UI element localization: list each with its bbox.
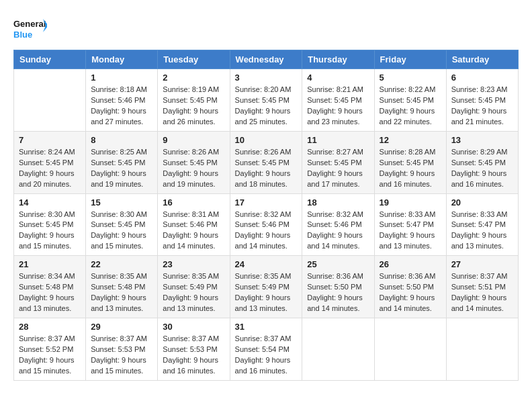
- day-number: 10: [235, 135, 298, 145]
- calendar-cell: 5Sunrise: 8:22 AM Sunset: 5:45 PM Daylig…: [374, 69, 446, 132]
- calendar-cell: 31Sunrise: 8:37 AM Sunset: 5:54 PM Dayli…: [230, 318, 302, 381]
- calendar-cell: 29Sunrise: 8:37 AM Sunset: 5:53 PM Dayli…: [86, 318, 158, 381]
- day-number: 29: [91, 322, 152, 332]
- calendar-cell: 9Sunrise: 8:26 AM Sunset: 5:45 PM Daylig…: [158, 131, 230, 193]
- day-info: Sunrise: 8:36 AM Sunset: 5:50 PM Dayligh…: [380, 271, 441, 314]
- day-number: 11: [307, 135, 369, 145]
- day-info: Sunrise: 8:30 AM Sunset: 5:45 PM Dayligh…: [19, 210, 81, 253]
- calendar-cell: 21Sunrise: 8:34 AM Sunset: 5:48 PM Dayli…: [14, 256, 86, 318]
- day-info: Sunrise: 8:31 AM Sunset: 5:46 PM Dayligh…: [163, 210, 224, 253]
- day-info: Sunrise: 8:29 AM Sunset: 5:45 PM Dayligh…: [451, 147, 513, 190]
- day-number: 1: [91, 73, 152, 83]
- svg-text:General: General: [13, 19, 46, 29]
- day-info: Sunrise: 8:35 AM Sunset: 5:49 PM Dayligh…: [163, 271, 224, 314]
- calendar-cell: 30Sunrise: 8:37 AM Sunset: 5:53 PM Dayli…: [158, 318, 230, 381]
- day-number: 30: [163, 322, 224, 332]
- day-header-wednesday: Wednesday: [230, 50, 302, 69]
- day-info: Sunrise: 8:34 AM Sunset: 5:48 PM Dayligh…: [19, 271, 81, 314]
- calendar-cell: 4Sunrise: 8:21 AM Sunset: 5:45 PM Daylig…: [302, 69, 374, 132]
- calendar-cell: 13Sunrise: 8:29 AM Sunset: 5:45 PM Dayli…: [446, 131, 518, 193]
- day-number: 9: [163, 135, 224, 145]
- calendar-cell: 16Sunrise: 8:31 AM Sunset: 5:46 PM Dayli…: [158, 193, 230, 256]
- calendar-cell: 25Sunrise: 8:36 AM Sunset: 5:50 PM Dayli…: [302, 256, 374, 318]
- calendar-cell: 14Sunrise: 8:30 AM Sunset: 5:45 PM Dayli…: [14, 193, 86, 256]
- day-number: 16: [163, 197, 224, 208]
- days-header-row: SundayMondayTuesdayWednesdayThursdayFrid…: [14, 50, 519, 69]
- day-number: 13: [451, 135, 513, 145]
- calendar-cell: 22Sunrise: 8:35 AM Sunset: 5:48 PM Dayli…: [86, 256, 158, 318]
- day-info: Sunrise: 8:19 AM Sunset: 5:45 PM Dayligh…: [163, 85, 224, 128]
- day-number: 14: [19, 197, 81, 208]
- day-info: Sunrise: 8:32 AM Sunset: 5:46 PM Dayligh…: [235, 210, 298, 253]
- calendar-cell: 20Sunrise: 8:33 AM Sunset: 5:47 PM Dayli…: [446, 193, 518, 256]
- day-header-sunday: Sunday: [14, 50, 86, 69]
- day-info: Sunrise: 8:18 AM Sunset: 5:46 PM Dayligh…: [91, 85, 152, 128]
- day-header-tuesday: Tuesday: [158, 50, 230, 69]
- day-info: Sunrise: 8:37 AM Sunset: 5:53 PM Dayligh…: [163, 334, 224, 377]
- day-number: 8: [91, 135, 152, 145]
- day-number: 27: [451, 259, 513, 269]
- day-info: Sunrise: 8:32 AM Sunset: 5:46 PM Dayligh…: [307, 210, 369, 253]
- calendar-week-row: 28Sunrise: 8:37 AM Sunset: 5:52 PM Dayli…: [14, 318, 519, 381]
- day-number: 12: [380, 135, 441, 145]
- calendar-week-row: 21Sunrise: 8:34 AM Sunset: 5:48 PM Dayli…: [14, 256, 519, 318]
- calendar-cell: 24Sunrise: 8:35 AM Sunset: 5:49 PM Dayli…: [230, 256, 302, 318]
- day-info: Sunrise: 8:33 AM Sunset: 5:47 PM Dayligh…: [451, 210, 513, 253]
- day-info: Sunrise: 8:37 AM Sunset: 5:53 PM Dayligh…: [91, 334, 152, 377]
- day-info: Sunrise: 8:30 AM Sunset: 5:45 PM Dayligh…: [91, 210, 152, 253]
- day-number: 23: [163, 259, 224, 269]
- day-header-saturday: Saturday: [446, 50, 518, 69]
- calendar-cell: 12Sunrise: 8:28 AM Sunset: 5:45 PM Dayli…: [374, 131, 446, 193]
- day-info: Sunrise: 8:35 AM Sunset: 5:48 PM Dayligh…: [91, 271, 152, 314]
- svg-text:Blue: Blue: [13, 30, 32, 40]
- calendar-table: SundayMondayTuesdayWednesdayThursdayFrid…: [13, 50, 519, 381]
- calendar-cell: 2Sunrise: 8:19 AM Sunset: 5:45 PM Daylig…: [158, 69, 230, 132]
- day-number: 22: [91, 259, 152, 269]
- day-info: Sunrise: 8:36 AM Sunset: 5:50 PM Dayligh…: [307, 271, 369, 314]
- day-info: Sunrise: 8:24 AM Sunset: 5:45 PM Dayligh…: [19, 147, 81, 190]
- day-info: Sunrise: 8:28 AM Sunset: 5:45 PM Dayligh…: [380, 147, 441, 190]
- calendar-week-row: 1Sunrise: 8:18 AM Sunset: 5:46 PM Daylig…: [14, 69, 519, 132]
- day-number: 5: [380, 73, 441, 83]
- calendar-week-row: 14Sunrise: 8:30 AM Sunset: 5:45 PM Dayli…: [14, 193, 519, 256]
- day-number: 2: [163, 73, 224, 83]
- day-number: 21: [19, 259, 81, 269]
- day-info: Sunrise: 8:33 AM Sunset: 5:47 PM Dayligh…: [380, 210, 441, 253]
- day-number: 18: [307, 197, 369, 208]
- day-number: 17: [235, 197, 298, 208]
- day-number: 6: [451, 73, 513, 83]
- calendar-cell: 27Sunrise: 8:37 AM Sunset: 5:51 PM Dayli…: [446, 256, 518, 318]
- day-info: Sunrise: 8:26 AM Sunset: 5:45 PM Dayligh…: [163, 147, 224, 190]
- day-info: Sunrise: 8:35 AM Sunset: 5:49 PM Dayligh…: [235, 271, 298, 314]
- calendar-cell: 6Sunrise: 8:23 AM Sunset: 5:45 PM Daylig…: [446, 69, 518, 132]
- day-number: 4: [307, 73, 369, 83]
- calendar-cell: 8Sunrise: 8:25 AM Sunset: 5:45 PM Daylig…: [86, 131, 158, 193]
- calendar-week-row: 7Sunrise: 8:24 AM Sunset: 5:45 PM Daylig…: [14, 131, 519, 193]
- day-number: 31: [235, 322, 298, 332]
- calendar-cell: 1Sunrise: 8:18 AM Sunset: 5:46 PM Daylig…: [86, 69, 158, 132]
- day-info: Sunrise: 8:21 AM Sunset: 5:45 PM Dayligh…: [307, 85, 369, 128]
- calendar-cell: 3Sunrise: 8:20 AM Sunset: 5:45 PM Daylig…: [230, 69, 302, 132]
- day-info: Sunrise: 8:37 AM Sunset: 5:51 PM Dayligh…: [451, 271, 513, 314]
- day-header-monday: Monday: [86, 50, 158, 69]
- day-number: 7: [19, 135, 81, 145]
- day-number: 20: [451, 197, 513, 208]
- calendar-cell: 23Sunrise: 8:35 AM Sunset: 5:49 PM Dayli…: [158, 256, 230, 318]
- calendar-cell: [374, 318, 446, 381]
- logo: General Blue: [13, 13, 47, 43]
- day-header-friday: Friday: [374, 50, 446, 69]
- day-info: Sunrise: 8:22 AM Sunset: 5:45 PM Dayligh…: [380, 85, 441, 128]
- day-number: 3: [235, 73, 298, 83]
- calendar-cell: [446, 318, 518, 381]
- day-number: 19: [380, 197, 441, 208]
- calendar-cell: [14, 69, 86, 132]
- calendar-cell: 19Sunrise: 8:33 AM Sunset: 5:47 PM Dayli…: [374, 193, 446, 256]
- day-info: Sunrise: 8:23 AM Sunset: 5:45 PM Dayligh…: [451, 85, 513, 128]
- calendar-cell: [302, 318, 374, 381]
- day-info: Sunrise: 8:25 AM Sunset: 5:45 PM Dayligh…: [91, 147, 152, 190]
- day-info: Sunrise: 8:37 AM Sunset: 5:52 PM Dayligh…: [19, 334, 81, 377]
- day-info: Sunrise: 8:27 AM Sunset: 5:45 PM Dayligh…: [307, 147, 369, 190]
- calendar-cell: 26Sunrise: 8:36 AM Sunset: 5:50 PM Dayli…: [374, 256, 446, 318]
- day-number: 25: [307, 259, 369, 269]
- calendar-cell: 18Sunrise: 8:32 AM Sunset: 5:46 PM Dayli…: [302, 193, 374, 256]
